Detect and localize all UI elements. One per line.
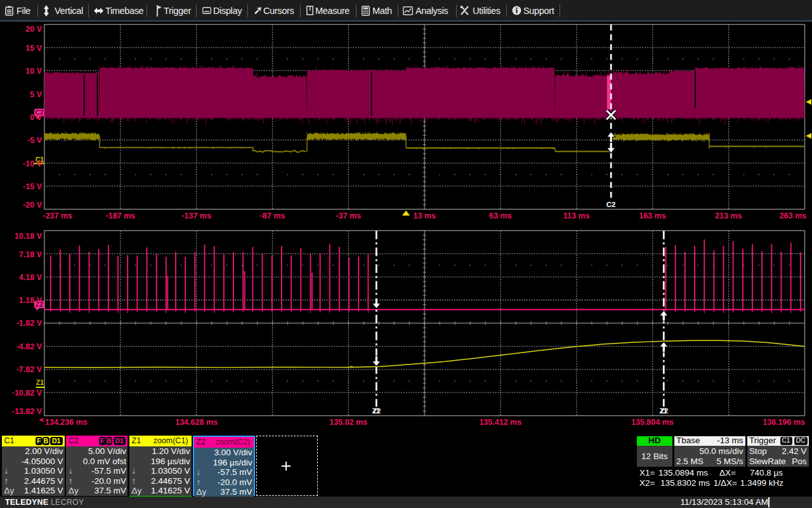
svg-text:1.18 V: 1.18 V: [19, 296, 43, 305]
svg-text:135.412 ms: 135.412 ms: [479, 418, 521, 427]
svg-text:13 ms: 13 ms: [413, 211, 435, 220]
svg-text:4.18 V: 4.18 V: [19, 273, 43, 282]
svg-text:-5 V: -5 V: [27, 136, 43, 145]
svg-text:-15 V: -15 V: [23, 182, 43, 191]
svg-text:-1.82 V: -1.82 V: [16, 319, 43, 328]
svg-text:Z2: Z2: [373, 407, 381, 415]
svg-text:-37 ms: -37 ms: [336, 211, 361, 220]
svg-text:135.02 ms: 135.02 ms: [329, 418, 367, 427]
svg-text:10 V: 10 V: [25, 67, 42, 76]
svg-text:-10 V: -10 V: [23, 159, 43, 168]
svg-text:10.18 V: 10.18 V: [15, 232, 43, 241]
svg-text:136.196 ms: 136.196 ms: [763, 418, 805, 427]
svg-text:Z1: Z1: [36, 378, 44, 386]
svg-text:134.628 ms: 134.628 ms: [175, 418, 218, 427]
svg-text:163 ms: 163 ms: [639, 211, 665, 220]
svg-text:5 V: 5 V: [30, 90, 42, 99]
svg-text:-13.82 V: -13.82 V: [12, 407, 43, 416]
svg-text:135.804 ms: 135.804 ms: [631, 418, 674, 427]
svg-text:-237 ms: -237 ms: [43, 211, 73, 220]
svg-text:-7.82 V: -7.82 V: [16, 365, 43, 374]
svg-text:7.18 V: 7.18 V: [19, 250, 43, 259]
svg-text:-87 ms: -87 ms: [260, 211, 285, 220]
svg-text:113 ms: 113 ms: [563, 211, 590, 220]
svg-text:0 V: 0 V: [30, 113, 42, 122]
svg-text:-4.82 V: -4.82 V: [16, 342, 43, 351]
svg-text:-20 V: -20 V: [23, 201, 43, 210]
svg-text:-187 ms: -187 ms: [106, 211, 136, 220]
svg-text:-10.82 V: -10.82 V: [12, 389, 43, 398]
svg-text:213 ms: 213 ms: [715, 211, 742, 220]
svg-text:134.236 ms: 134.236 ms: [45, 418, 88, 427]
svg-text:Z2: Z2: [660, 407, 668, 415]
svg-text:20 V: 20 V: [25, 25, 42, 34]
svg-text:-137 ms: -137 ms: [181, 211, 211, 220]
svg-text:63 ms: 63 ms: [489, 211, 511, 220]
svg-text:15 V: 15 V: [25, 44, 42, 53]
svg-text:C2: C2: [606, 201, 616, 208]
svg-text:263 ms: 263 ms: [780, 211, 806, 220]
